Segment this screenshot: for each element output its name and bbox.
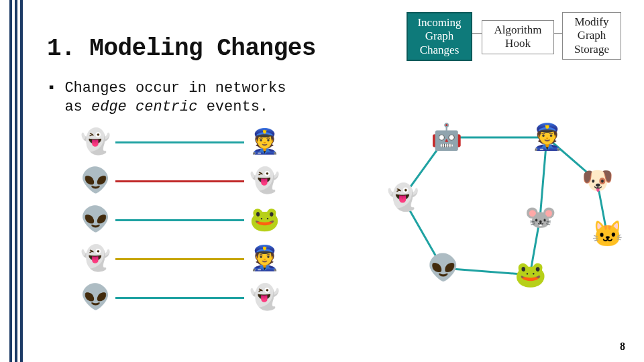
edge-row: 👻👮 xyxy=(79,127,280,157)
edge-line xyxy=(115,258,244,260)
edge-row: 👽👻 xyxy=(79,283,280,312)
graph-node-alien: 👽 xyxy=(427,253,459,284)
pipeline-box-incoming: IncomingGraphChanges xyxy=(407,12,472,61)
edge-left-node: 👽 xyxy=(79,166,111,196)
edge-line xyxy=(115,219,244,221)
bullet-line-2b: events. xyxy=(197,99,268,115)
bullet-emphasis: edge centric xyxy=(91,99,197,115)
pipeline-box-modify: ModifyGraphStorage xyxy=(562,12,621,60)
edge-line xyxy=(115,297,244,299)
edge-left-node: 👻 xyxy=(79,127,111,157)
graph-node-ghost: 👻 xyxy=(387,182,419,213)
edge-row: 👻👮 xyxy=(79,244,280,274)
edge-left-node: 👽 xyxy=(79,205,111,235)
bullet-line-1: Changes occur in networks xyxy=(64,80,286,97)
graph-node-frog: 🐸 xyxy=(515,259,546,290)
edge-right-node: 👮 xyxy=(248,244,280,274)
edge-left-node: 👽 xyxy=(79,283,111,312)
graph-node-mouse: 🐭 xyxy=(525,202,556,233)
slide: { "title": "1. Modeling Changes", "bulle… xyxy=(0,0,644,362)
edge-right-node: 👻 xyxy=(248,166,280,196)
bullet-text: ▪ Changes occur in networks as edge cent… xyxy=(47,79,286,116)
edge-left-node: 👻 xyxy=(79,244,111,274)
page-number: 8 xyxy=(620,341,625,353)
edge-right-node: 👻 xyxy=(248,283,280,312)
edge-line xyxy=(115,141,244,143)
graph-network: 🤖👮👻🐶🐭🐱👽🐸 xyxy=(362,101,631,315)
slide-title: 1. Modeling Changes xyxy=(47,35,316,62)
bullet-line-2a: as xyxy=(64,99,91,115)
edge-list: 👻👮👽👻👽🐸👻👮👽👻 xyxy=(79,127,280,322)
graph-node-cat: 🐱 xyxy=(592,219,623,250)
pipeline-box-hook: AlgorithmHook xyxy=(482,20,554,54)
graph-node-police: 👮 xyxy=(531,122,563,153)
edge-right-node: 👮 xyxy=(248,127,280,157)
graph-node-dog: 🐶 xyxy=(582,166,613,196)
decorative-left-bars xyxy=(0,0,28,362)
edge-row: 👽🐸 xyxy=(79,205,280,235)
bullet-marker: ▪ xyxy=(47,80,64,97)
edge-line xyxy=(115,180,244,182)
edge-right-node: 🐸 xyxy=(248,205,280,235)
graph-node-robot: 🤖 xyxy=(431,122,462,153)
edge-row: 👽👻 xyxy=(79,166,280,196)
connector-1 xyxy=(472,20,482,47)
